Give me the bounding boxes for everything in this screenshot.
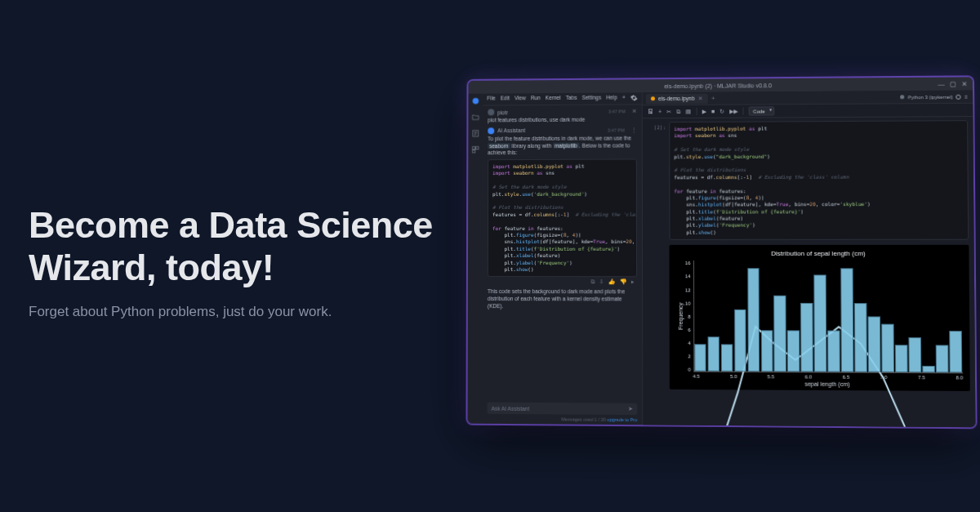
editor-panel: eis-demo.ipynb ✕ + Python 3 (ipykernel) …	[643, 91, 976, 428]
plot-bar	[868, 317, 881, 372]
plot-bar	[734, 309, 746, 372]
chat-panel: File Edit View Run Kernel Tabs Settings …	[483, 92, 644, 425]
kernel-indicator[interactable]: Python 3 (ipykernel) ≡	[900, 94, 968, 100]
cell-type-select[interactable]: Code	[749, 106, 775, 115]
chat-ai-outro: This code sets the background to dark mo…	[488, 288, 637, 310]
menubar: File Edit View Run Kernel Tabs Settings …	[483, 92, 641, 105]
code-cell[interactable]: [2]: import matplotlib.pyplot as plt imp…	[648, 120, 969, 240]
plot-bar	[922, 366, 934, 373]
hero-copy: Become a Data Science Wizard, today! For…	[29, 204, 461, 320]
paste-icon[interactable]: ▤	[686, 108, 692, 114]
plot-bar	[881, 323, 894, 372]
add-cell-icon[interactable]: +	[658, 109, 662, 114]
chat-stream: piotr 3:47 PM ✕ plot features distributi…	[483, 105, 643, 399]
upgrade-link[interactable]: upgrade to Pro	[607, 417, 637, 422]
plot-bar	[909, 337, 922, 372]
plot-bar	[694, 344, 706, 372]
chat-input-placeholder: Ask AI Assistant	[492, 405, 529, 411]
restart-icon[interactable]: ↻	[719, 108, 724, 114]
app-window: eis-demo.ipynb (2) · MLJAR Studio v0.8.0…	[467, 77, 975, 427]
hero-title-line2: Wizard, today!	[29, 247, 274, 288]
folder-icon[interactable]	[471, 114, 479, 122]
menu-settings[interactable]: Settings	[581, 95, 601, 103]
kernel-menu-icon[interactable]: ≡	[964, 94, 968, 99]
plot-title: Distribution of sepal length (cm)	[676, 250, 963, 257]
chat-user-body: plot features distributions, use dark mo…	[488, 116, 637, 124]
thumbs-down-icon[interactable]: 👎	[620, 279, 627, 286]
cut-icon[interactable]: ✂	[666, 109, 671, 115]
thumbs-up-icon[interactable]: 👍	[608, 279, 616, 286]
menu-edit[interactable]: Edit	[501, 95, 510, 103]
hero-title-line1: Become a Data Science	[29, 204, 433, 246]
maximize-icon[interactable]: ▢	[950, 80, 956, 87]
chat-code-block: import matplotlib.pyplot as plt import s…	[488, 159, 637, 278]
sheet-icon[interactable]	[471, 129, 479, 137]
chat-ai-intro: To plot the feature distributions in dar…	[488, 135, 637, 157]
menu-help[interactable]: Help	[606, 95, 617, 103]
plot-bar	[774, 296, 786, 372]
home-icon[interactable]	[471, 97, 479, 105]
activity-bar	[467, 94, 483, 424]
stop-icon[interactable]: ■	[711, 109, 715, 114]
plot-output: Distribution of sepal length (cm) Freque…	[669, 245, 969, 391]
plot-bar	[949, 331, 962, 373]
chat-close-icon[interactable]: ✕	[632, 108, 637, 114]
plot-bar	[827, 331, 840, 372]
svg-point-0	[473, 98, 479, 104]
run-all-icon[interactable]: ▶▶	[730, 108, 738, 114]
copy-cell-icon[interactable]: ⧉	[676, 109, 680, 115]
avatar-user	[488, 109, 494, 115]
minimize-icon[interactable]: —	[938, 80, 944, 87]
plot-bar	[747, 268, 760, 372]
menu-view[interactable]: View	[514, 95, 526, 103]
plot-bar	[936, 345, 949, 372]
hero-subtitle: Forget about Python problems, just do yo…	[29, 304, 461, 320]
plus-icon[interactable]: +	[622, 94, 626, 102]
code-toolbar: ⧉ ⇩ 👍 👎 ▸	[488, 277, 637, 285]
download-icon[interactable]: ⇩	[599, 278, 604, 285]
plot-ylabel: Frequency	[676, 260, 685, 372]
cell-code[interactable]: import matplotlib.pyplot as plt import s…	[669, 120, 969, 240]
chat-input[interactable]: Ask AI Assistant ➤	[488, 403, 638, 415]
menu-file[interactable]: File	[487, 96, 495, 104]
plot-xlabel: sepal length (cm)	[676, 381, 963, 388]
chat-ai-name: AI Assistant	[497, 127, 525, 133]
close-icon[interactable]: ✕	[961, 80, 967, 87]
run-icon[interactable]: ▸	[631, 279, 635, 286]
chat-msg-user: piotr 3:47 PM ✕ plot features distributi…	[488, 108, 637, 124]
cell-prompt: [2]:	[648, 122, 666, 240]
notebook-tab[interactable]: eis-demo.ipynb ✕	[646, 93, 708, 104]
chat-msg-ai: AI Assistant 3:47 PM ⋮ To plot the featu…	[488, 127, 637, 310]
notebook-tab-label: eis-demo.ipynb	[658, 96, 695, 101]
plot-bar	[895, 345, 907, 372]
svg-rect-3	[476, 147, 479, 149]
plot-bar	[840, 268, 853, 372]
save-icon[interactable]: 🖫	[648, 109, 653, 114]
plot-bar	[760, 330, 773, 372]
menu-kernel[interactable]: Kernel	[546, 95, 561, 103]
chat-ai-time: 3:47 PM	[608, 127, 625, 132]
plot-bar	[854, 303, 867, 372]
window-title: eis-demo.ipynb (2) · MLJAR Studio v0.8.0	[664, 82, 772, 89]
new-tab-icon[interactable]: +	[711, 95, 715, 102]
plot-yticks: 1614121086420	[685, 260, 693, 372]
hero-title: Become a Data Science Wizard, today!	[29, 204, 461, 289]
plot-bar	[800, 302, 813, 372]
menu-tabs[interactable]: Tabs	[566, 95, 577, 103]
chat-footer: Messages used 1 / 20 upgrade to Pro	[483, 416, 643, 425]
tab-close-icon[interactable]: ✕	[698, 95, 703, 101]
plot-bar	[814, 274, 827, 372]
notebook-body: [2]: import matplotlib.pyplot as plt imp…	[643, 117, 976, 427]
settings-gear-icon[interactable]	[630, 94, 638, 102]
cell-type-select-wrap[interactable]: Code	[749, 106, 775, 115]
menu-run[interactable]: Run	[531, 95, 541, 103]
chat-user-name: piotr	[497, 109, 508, 115]
run-cell-icon[interactable]: ▶	[702, 108, 706, 114]
kernel-name: Python 3 (ipykernel)	[907, 94, 952, 99]
chat-more-icon[interactable]: ⋮	[631, 127, 637, 133]
copy-icon[interactable]: ⧉	[590, 278, 595, 285]
extensions-icon[interactable]	[471, 145, 479, 154]
kernel-dot-icon	[900, 95, 904, 99]
send-icon[interactable]: ➤	[628, 406, 633, 412]
plot-grid	[693, 260, 964, 373]
